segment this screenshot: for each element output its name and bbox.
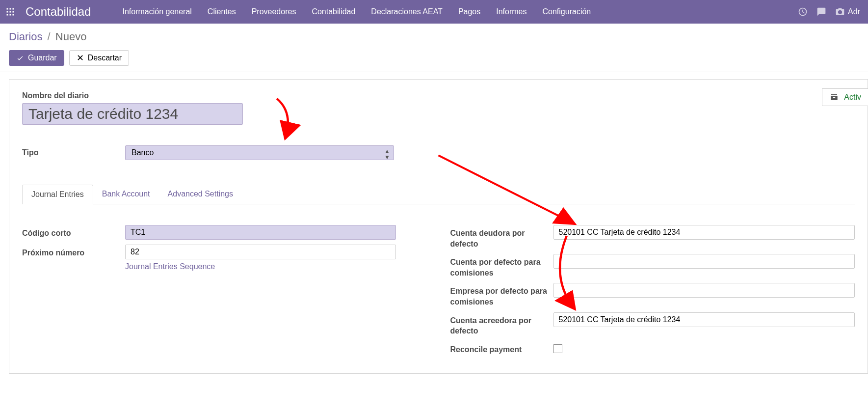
tab-bar: Journal Entries Bank Account Advanced Se… [22,185,855,204]
camera-icon [835,7,845,17]
active-toggle-label: Activ [844,93,861,102]
app-title[interactable]: Contabilidad [26,5,91,19]
svg-rect-6 [7,14,8,16]
journal-name-label: Nombre del diario [22,91,855,100]
svg-rect-0 [7,8,8,10]
next-number-input[interactable] [125,245,396,259]
type-label: Tipo [22,148,125,157]
nav-item-config[interactable]: Configuración [536,2,598,21]
discard-button[interactable]: ✕ Descartar [69,50,129,66]
tab-advanced-settings[interactable]: Advanced Settings [159,185,242,204]
nav-item-payments[interactable]: Pagos [451,2,487,21]
archive-icon [829,93,839,102]
breadcrumb-separator: / [48,30,51,43]
sequence-link[interactable]: Journal Entries Sequence [125,262,215,271]
svg-rect-2 [13,8,14,10]
reconcile-payment-checkbox[interactable] [553,344,562,353]
apps-icon[interactable] [5,6,16,17]
default-debit-input[interactable] [553,225,855,240]
control-panel: Diarios / Nuevo Guardar ✕ Descartar [0,24,868,72]
breadcrumb: Diarios / Nuevo [9,30,859,43]
nav-item-aeat[interactable]: Declaraciones AEAT [364,2,449,21]
commission-account-label: Cuenta por defecto para comisiones [450,254,553,278]
default-credit-input[interactable] [553,312,855,327]
breadcrumb-link-journals[interactable]: Diarios [9,30,42,43]
commission-partner-input[interactable] [553,283,855,298]
user-label: Adr [848,7,860,16]
form-sheet: Activ Nombre del diario Tipo ▲▼ Journal … [9,79,868,374]
svg-rect-5 [13,11,14,13]
right-column: Cuenta deudora por defecto Cuenta por de… [450,225,855,360]
svg-rect-4 [10,11,11,13]
nav-item-customers[interactable]: Clientes [201,2,243,21]
nav-item-reports[interactable]: Informes [489,2,533,21]
tab-bank-account[interactable]: Bank Account [93,185,159,204]
svg-rect-3 [7,11,8,13]
breadcrumb-current: Nuevo [55,30,87,43]
tab-journal-entries[interactable]: Journal Entries [22,185,93,204]
save-button[interactable]: Guardar [9,50,64,66]
svg-rect-8 [13,14,14,16]
top-nav: Información general Clientes Proveedores… [115,2,798,21]
type-select-value[interactable] [125,145,394,160]
clock-icon[interactable] [798,7,808,17]
svg-rect-1 [10,8,11,10]
type-select[interactable]: ▲▼ [125,145,394,160]
nav-item-overview[interactable]: Información general [115,2,198,21]
commission-partner-label: Empresa por defecto para comisiones [450,283,553,307]
default-credit-label: Cuenta acreedora por defecto [450,312,553,336]
action-buttons: Guardar ✕ Descartar [9,50,859,66]
next-number-label: Próximo número [22,245,125,258]
svg-rect-7 [10,14,11,16]
tab-content: Código corto Próximo número Journal Entr… [22,204,855,360]
commission-account-input[interactable] [553,254,855,269]
save-button-label: Guardar [28,54,57,62]
short-code-input[interactable] [125,225,396,240]
topbar-right: Adr [798,7,863,17]
nav-item-accounting[interactable]: Contabilidad [305,2,362,21]
chat-icon[interactable] [816,7,826,17]
user-menu[interactable]: Adr [835,7,860,17]
left-column: Código corto Próximo número Journal Entr… [22,225,427,360]
nav-item-vendors[interactable]: Proveedores [245,2,303,21]
topbar: Contabilidad Información general Cliente… [0,0,868,24]
reconcile-payment-label: Reconcile payment [450,341,553,355]
discard-button-label: Descartar [88,54,122,62]
short-code-label: Código corto [22,225,125,239]
close-icon: ✕ [77,54,84,62]
default-debit-label: Cuenta deudora por defecto [450,225,553,249]
check-icon [16,54,24,62]
journal-name-input[interactable] [22,103,243,125]
active-toggle-button[interactable]: Activ [822,88,868,106]
